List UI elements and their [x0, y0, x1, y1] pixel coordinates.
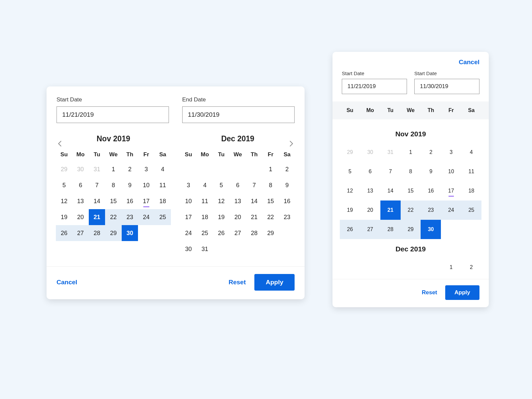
cancel-button[interactable]: Cancel: [57, 279, 77, 286]
calendar-day[interactable]: 30: [360, 143, 380, 162]
calendar-day[interactable]: 26: [213, 225, 229, 241]
calendar-day[interactable]: 8: [105, 177, 121, 193]
next-month-button[interactable]: [287, 140, 295, 148]
calendar-day[interactable]: 20: [72, 209, 88, 225]
calendar-day[interactable]: 24: [138, 209, 154, 225]
calendar-day[interactable]: 4: [461, 143, 481, 162]
calendar-day[interactable]: 21: [246, 209, 262, 225]
calendar-day[interactable]: 10: [441, 162, 461, 181]
calendar-day[interactable]: 31: [89, 161, 105, 177]
calendar-day[interactable]: 12: [56, 193, 72, 209]
prev-month-button[interactable]: [56, 140, 64, 148]
calendar-day[interactable]: 29: [262, 225, 279, 241]
calendar-day[interactable]: 19: [213, 209, 229, 225]
calendar-day[interactable]: 14: [246, 193, 262, 209]
calendar-day[interactable]: 25: [197, 225, 213, 241]
calendar-day[interactable]: 2: [421, 143, 441, 162]
calendar-day[interactable]: 26: [56, 225, 72, 241]
calendar-day[interactable]: 8: [401, 162, 421, 181]
calendar-day[interactable]: 22: [262, 209, 279, 225]
calendar-day[interactable]: 16: [122, 193, 138, 209]
calendar-day[interactable]: 28: [246, 225, 262, 241]
calendar-day[interactable]: 1: [401, 143, 421, 162]
start-date-input[interactable]: [342, 79, 407, 94]
calendar-day[interactable]: 28: [89, 225, 105, 241]
calendar-day[interactable]: 16: [279, 193, 295, 209]
calendar-day[interactable]: 23: [421, 200, 441, 220]
apply-button[interactable]: Apply: [254, 274, 295, 291]
end-date-input[interactable]: [182, 106, 295, 123]
calendar-day[interactable]: 13: [360, 181, 380, 200]
start-date-input[interactable]: [57, 106, 169, 123]
calendar-day[interactable]: 10: [138, 177, 154, 193]
calendar-day[interactable]: 27: [229, 225, 246, 241]
calendar-day[interactable]: 11: [155, 177, 171, 193]
calendar-day[interactable]: 15: [262, 193, 279, 209]
calendar-day[interactable]: 3: [441, 143, 461, 162]
calendar-day[interactable]: 13: [229, 193, 246, 209]
calendar-day[interactable]: 30: [122, 225, 138, 241]
calendar-day[interactable]: 23: [122, 209, 138, 225]
calendar-day[interactable]: 7: [246, 177, 262, 193]
calendar-day[interactable]: 13: [72, 193, 88, 209]
calendar-day[interactable]: 25: [155, 209, 171, 225]
calendar-day[interactable]: 2: [461, 258, 481, 277]
calendar-day[interactable]: 17: [441, 181, 461, 200]
calendar-day[interactable]: 5: [213, 177, 229, 193]
calendar-day[interactable]: 17: [138, 193, 154, 209]
calendar-day[interactable]: 1: [105, 161, 121, 177]
calendar-day[interactable]: 15: [401, 181, 421, 200]
calendar-day[interactable]: 9: [122, 177, 138, 193]
calendar-day[interactable]: 24: [441, 200, 461, 220]
calendar-day[interactable]: 29: [105, 225, 121, 241]
apply-button[interactable]: Apply: [445, 285, 479, 300]
calendar-day[interactable]: 31: [197, 241, 213, 257]
calendar-day[interactable]: 23: [279, 209, 295, 225]
calendar-day[interactable]: 6: [229, 177, 246, 193]
calendar-day[interactable]: 5: [56, 177, 72, 193]
calendar-day[interactable]: 21: [89, 209, 105, 225]
calendar-day[interactable]: 11: [461, 162, 481, 181]
calendar-day[interactable]: 21: [380, 200, 401, 220]
calendar-day[interactable]: 28: [380, 220, 401, 239]
calendar-day[interactable]: 1: [262, 161, 279, 177]
calendar-day[interactable]: 19: [340, 200, 360, 220]
calendar-day[interactable]: 30: [72, 161, 88, 177]
calendar-day[interactable]: 27: [72, 225, 88, 241]
calendar-day[interactable]: 15: [105, 193, 121, 209]
calendar-day[interactable]: 6: [72, 177, 88, 193]
calendar-day[interactable]: 30: [421, 220, 441, 239]
calendar-day[interactable]: 18: [461, 181, 481, 200]
calendar-day[interactable]: 20: [229, 209, 246, 225]
calendar-day[interactable]: 30: [180, 241, 197, 257]
cancel-button[interactable]: Cancel: [459, 59, 479, 66]
calendar-day[interactable]: 9: [421, 162, 441, 181]
calendar-day[interactable]: 18: [197, 209, 213, 225]
calendar-day[interactable]: 14: [380, 181, 401, 200]
reset-button[interactable]: Reset: [422, 289, 437, 296]
calendar-day[interactable]: 12: [340, 181, 360, 200]
calendar-day[interactable]: 11: [197, 193, 213, 209]
calendar-day[interactable]: 4: [197, 177, 213, 193]
calendar-day[interactable]: 31: [380, 143, 401, 162]
calendar-day[interactable]: 3: [180, 177, 197, 193]
calendar-day[interactable]: 10: [180, 193, 197, 209]
calendar-day[interactable]: 2: [122, 161, 138, 177]
calendar-day[interactable]: 24: [180, 225, 197, 241]
calendar-day[interactable]: 20: [360, 200, 380, 220]
calendar-day[interactable]: 5: [340, 162, 360, 181]
calendar-day[interactable]: 29: [56, 161, 72, 177]
calendar-day[interactable]: 17: [180, 209, 197, 225]
month-scroll[interactable]: Nov 201929303112345678910111213141516171…: [332, 119, 489, 279]
calendar-day[interactable]: 29: [401, 220, 421, 239]
calendar-day[interactable]: 6: [360, 162, 380, 181]
calendar-day[interactable]: 14: [89, 193, 105, 209]
calendar-day[interactable]: 19: [56, 209, 72, 225]
calendar-day[interactable]: 3: [138, 161, 154, 177]
calendar-day[interactable]: 7: [380, 162, 401, 181]
calendar-day[interactable]: 27: [360, 220, 380, 239]
calendar-day[interactable]: 1: [441, 258, 461, 277]
calendar-day[interactable]: 26: [340, 220, 360, 239]
calendar-day[interactable]: 2: [279, 161, 295, 177]
calendar-day[interactable]: 25: [461, 200, 481, 220]
